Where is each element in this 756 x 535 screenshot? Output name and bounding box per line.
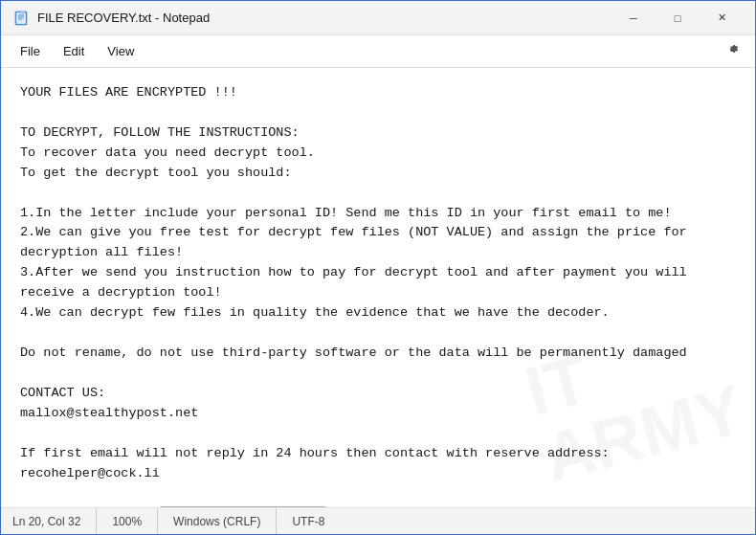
line-13 xyxy=(20,325,28,340)
line-8: 2.We can give you free test for decrypt … xyxy=(20,225,687,239)
line-7: 1.In the letter include your personal ID… xyxy=(20,206,672,220)
line-3: TO DECRYPT, FOLLOW THE INSTRUCTIONS: xyxy=(20,125,300,140)
notepad-window: FILE RECOVERY.txt - Notepad ─ □ ✕ File E… xyxy=(0,0,756,535)
line-1: YOUR FILES ARE ENCRYPTED !!! xyxy=(20,85,237,100)
line-9: decryption all files! xyxy=(20,245,183,259)
line-20: recohelper@cock.li xyxy=(20,466,160,480)
window-controls: ─ □ ✕ xyxy=(611,1,744,35)
menu-file[interactable]: File xyxy=(9,40,52,62)
line-21 xyxy=(20,485,28,500)
line-17: mallox@stealthypost.net xyxy=(20,406,198,420)
close-button[interactable]: ✕ xyxy=(700,1,744,35)
line-10: 3.After we send you instruction how to p… xyxy=(20,265,687,279)
encoding: UTF-8 xyxy=(277,508,340,534)
line-14: Do not rename, do not use third-party so… xyxy=(20,346,687,360)
line-ending: Windows (CRLF) xyxy=(158,508,277,534)
status-bar: Ln 20, Col 32 100% Windows (CRLF) UTF-8 xyxy=(1,507,755,534)
line-6 xyxy=(20,186,28,200)
line-18 xyxy=(20,426,28,440)
menu-edit[interactable]: Edit xyxy=(52,40,96,62)
menu-view[interactable]: View xyxy=(96,40,145,62)
cursor-position: Ln 20, Col 32 xyxy=(12,508,97,534)
settings-icon[interactable] xyxy=(717,38,747,64)
svg-rect-5 xyxy=(20,11,25,13)
window-title: FILE RECOVERY.txt - Notepad xyxy=(37,11,611,25)
notepad-icon xyxy=(12,10,30,27)
line-19: If first email will not reply in 24 hour… xyxy=(20,446,610,460)
zoom-level: 100% xyxy=(97,508,158,534)
personal-id-value xyxy=(160,506,326,507)
document-content: YOUR FILES ARE ENCRYPTED !!! TO DECRYPT,… xyxy=(20,83,736,507)
title-bar: FILE RECOVERY.txt - Notepad ─ □ ✕ xyxy=(1,1,755,35)
personal-id-label: YOUR PERSONAL ID: xyxy=(20,505,152,507)
line-12: 4.We can decrypt few files in quality th… xyxy=(20,305,610,320)
line-11: receive a decryption tool! xyxy=(20,285,222,300)
line-15 xyxy=(20,366,28,380)
svg-rect-1 xyxy=(16,12,26,24)
text-editor[interactable]: YOUR FILES ARE ENCRYPTED !!! TO DECRYPT,… xyxy=(1,68,755,507)
menu-bar: File Edit View xyxy=(1,35,755,68)
line-16: CONTACT US: xyxy=(20,386,105,400)
line-5: To get the decrypt tool you should: xyxy=(20,166,292,180)
line-2 xyxy=(20,105,28,120)
minimize-button[interactable]: ─ xyxy=(611,1,656,35)
maximize-button[interactable]: □ xyxy=(656,1,700,35)
line-4: To recover data you need decrypt tool. xyxy=(20,145,315,160)
